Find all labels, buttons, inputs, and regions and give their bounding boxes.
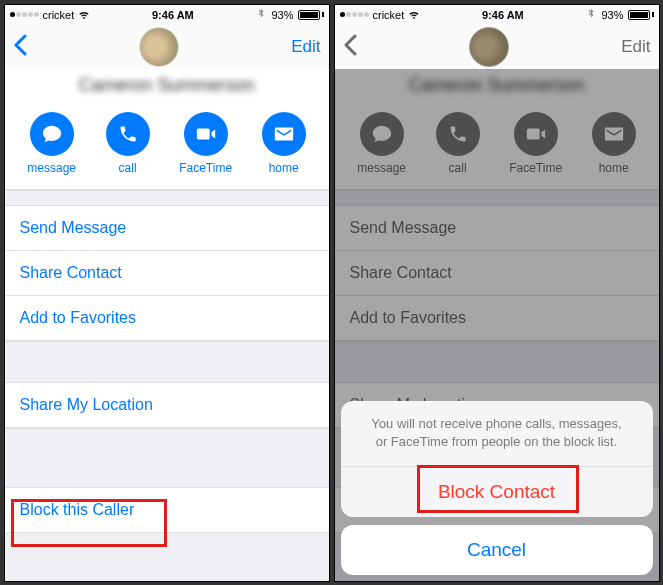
battery-icon bbox=[628, 10, 654, 20]
action-label: call bbox=[119, 161, 137, 175]
clock: 9:46 AM bbox=[482, 9, 524, 21]
battery-percent: 93% bbox=[601, 9, 623, 21]
wifi-icon bbox=[78, 8, 90, 22]
screenshot-right: cricket 9:46 AM 93% Edit bbox=[334, 4, 660, 582]
message-icon bbox=[30, 112, 74, 156]
row-add-favorites[interactable]: Add to Favorites bbox=[5, 296, 329, 341]
battery-percent: 93% bbox=[271, 9, 293, 21]
nav-bar: Edit bbox=[335, 25, 659, 69]
action-facetime[interactable]: FaceTime bbox=[179, 112, 232, 175]
status-bar: cricket 9:46 AM 93% bbox=[335, 5, 659, 25]
screenshot-left: cricket 9:46 AM 93% Edit bbox=[4, 4, 330, 582]
action-message[interactable]: message bbox=[27, 112, 76, 175]
wifi-icon bbox=[408, 8, 420, 22]
row-share-location[interactable]: Share My Location bbox=[5, 383, 329, 428]
sheet-message: You will not receive phone calls, messag… bbox=[341, 401, 653, 466]
video-icon bbox=[184, 112, 228, 156]
carrier-label: cricket bbox=[373, 9, 405, 21]
status-bar: cricket 9:46 AM 93% bbox=[5, 5, 329, 25]
contact-name: Cameron Summerson bbox=[5, 75, 329, 96]
action-row: message call FaceTime home bbox=[5, 106, 329, 190]
avatar bbox=[469, 27, 509, 67]
sheet-cancel[interactable]: Cancel bbox=[341, 525, 653, 575]
action-label: home bbox=[269, 161, 299, 175]
back-button[interactable] bbox=[13, 34, 27, 60]
edit-button[interactable]: Edit bbox=[291, 37, 320, 57]
bluetooth-icon bbox=[585, 8, 597, 22]
signal-dots-icon bbox=[10, 12, 39, 17]
avatar[interactable] bbox=[139, 27, 179, 67]
action-home[interactable]: home bbox=[262, 112, 306, 175]
nav-bar: Edit bbox=[5, 25, 329, 69]
clock: 9:46 AM bbox=[152, 9, 194, 21]
row-share-contact[interactable]: Share Contact bbox=[5, 251, 329, 296]
action-call[interactable]: call bbox=[106, 112, 150, 175]
back-button bbox=[343, 34, 357, 60]
action-sheet: You will not receive phone calls, messag… bbox=[341, 401, 653, 574]
action-label: FaceTime bbox=[179, 161, 232, 175]
signal-dots-icon bbox=[340, 12, 369, 17]
row-send-message[interactable]: Send Message bbox=[5, 206, 329, 251]
battery-icon bbox=[298, 10, 324, 20]
row-block-caller[interactable]: Block this Caller bbox=[5, 488, 329, 533]
sheet-block-contact[interactable]: Block Contact bbox=[341, 467, 653, 517]
edit-button: Edit bbox=[621, 37, 650, 57]
bluetooth-icon bbox=[255, 8, 267, 22]
carrier-label: cricket bbox=[43, 9, 75, 21]
mail-icon bbox=[262, 112, 306, 156]
phone-icon bbox=[106, 112, 150, 156]
action-label: message bbox=[27, 161, 76, 175]
